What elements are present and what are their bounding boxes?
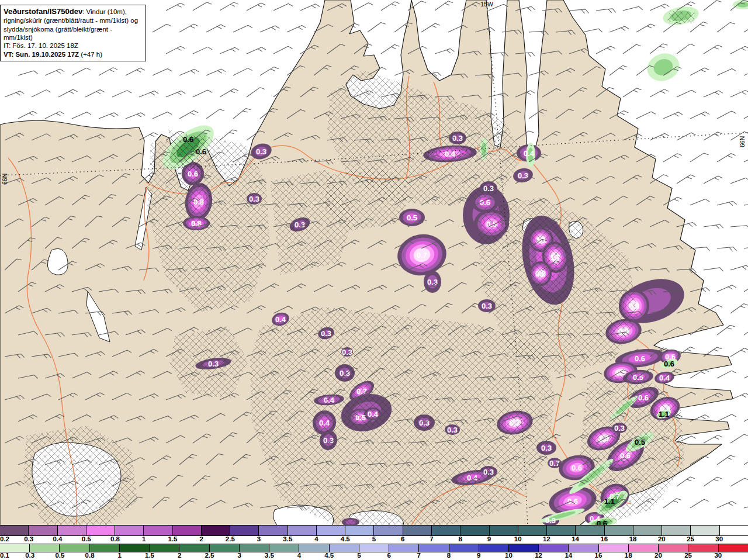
colorbar-segment bbox=[58, 526, 86, 535]
precip-cell-label: 0.3 bbox=[340, 369, 350, 378]
colorbar-segment bbox=[269, 544, 299, 552]
precip-cell-label: 1.1 bbox=[659, 410, 669, 419]
colorbar-tick-label: 14 bbox=[572, 535, 579, 542]
colorbar-segment bbox=[30, 544, 60, 552]
colorbar-segment bbox=[633, 526, 662, 535]
colorbar-segment bbox=[374, 526, 403, 535]
parallel-label-left: 66N bbox=[1, 174, 8, 185]
colorbar-tick-label: 25 bbox=[684, 552, 692, 559]
colorbar-segment bbox=[389, 544, 419, 552]
colorbar-segment bbox=[86, 526, 115, 535]
colorbar-tick-label: 0.5 bbox=[82, 535, 91, 542]
colorbar-tick-label: 0.3 bbox=[25, 552, 34, 559]
colorbar-segment bbox=[509, 544, 539, 552]
colorbar-tick-label: 0.3 bbox=[24, 535, 33, 542]
precip-cell-label: 0.3 bbox=[295, 220, 305, 229]
legend-line3: slydda/snjókoma (grátt/bleikt/grænt - mm… bbox=[4, 25, 143, 42]
parallel-label-right: 66N bbox=[739, 136, 746, 147]
colorbar-segment bbox=[359, 544, 389, 552]
colorbar-tick-label: 4 bbox=[297, 552, 301, 559]
colorbar-sleet bbox=[0, 525, 748, 536]
colorbar-tick-label: 4.5 bbox=[324, 552, 334, 559]
precip-cell-label: 0.3 bbox=[545, 516, 556, 525]
colorbar-segment bbox=[144, 526, 172, 535]
colorbar-tick-label: 25 bbox=[687, 535, 694, 542]
colorbar-tick-label: 18 bbox=[629, 535, 637, 542]
weather-map-page: 0.30.60.80.80.30.30.50.70.30.30.60.50.30… bbox=[0, 0, 748, 560]
colorbar-tick-label: 14 bbox=[565, 552, 572, 559]
precip-cell-label: 0.3 bbox=[323, 436, 334, 445]
colorbar-tick-label: 3.5 bbox=[283, 535, 292, 542]
colorbar-segment bbox=[90, 544, 120, 552]
legend-valid-time: VT: Sun. 19.10.2025 17Z (+47 h) bbox=[4, 50, 143, 58]
precip-cell-label: 0.3 bbox=[541, 444, 552, 452]
colorbar-segment bbox=[479, 544, 509, 552]
colorbar-tick-label: 1 bbox=[142, 535, 146, 542]
precip-cell-label: 0.8 bbox=[535, 269, 546, 278]
precip-cell-label: 0.6 bbox=[196, 147, 206, 156]
colorbar-tick-label: 3 bbox=[237, 552, 241, 559]
colorbar-tick-label: 1 bbox=[118, 552, 122, 559]
precip-cell-label: 0.3 bbox=[614, 424, 625, 433]
legend-init-time: IT: Fös. 17. 10. 2025 18Z bbox=[4, 42, 143, 50]
colorbar-panel: 0.20.30.40.50.811.522.533.544.5567891012… bbox=[0, 525, 748, 560]
colorbar-tick-label: 1.5 bbox=[168, 535, 177, 542]
colorbar-segment bbox=[259, 526, 288, 535]
colorbar-segment bbox=[230, 526, 259, 535]
colorbar-segment bbox=[29, 526, 57, 535]
precip-cell-label: 0.4 bbox=[368, 410, 379, 419]
colorbar-tick-label: 4.5 bbox=[341, 535, 350, 542]
colorbar-tick-label: 16 bbox=[595, 552, 602, 559]
colorbar-tick-label: 1.5 bbox=[145, 552, 154, 559]
colorbar-tick-label: 30 bbox=[714, 552, 722, 559]
colorbar-tick-label: 6 bbox=[401, 535, 404, 542]
precip-cell-label: 0.4 bbox=[467, 473, 478, 482]
colorbar-segment bbox=[688, 544, 718, 552]
colorbar-tick-label: 12 bbox=[543, 535, 550, 542]
colorbar-segment bbox=[60, 544, 89, 552]
colorbar-segment bbox=[330, 544, 359, 552]
precip-cell-label: 0.5 bbox=[407, 213, 417, 222]
colorbar-tick-label: 0.8 bbox=[85, 552, 95, 559]
precip-cell-label: 0.4 bbox=[324, 396, 335, 405]
colorbar-tick-label: 7 bbox=[417, 552, 421, 559]
colorbar-tick-label: 8 bbox=[447, 552, 451, 559]
colorbar-segment bbox=[599, 544, 629, 552]
colorbar-tick-label: 2.5 bbox=[205, 552, 214, 559]
colorbar-segment bbox=[150, 544, 179, 552]
colorbar-segment bbox=[202, 526, 230, 535]
colorbar-tick-label: 2 bbox=[199, 535, 203, 542]
colorbar-tick-label: 10 bbox=[505, 552, 512, 559]
colorbar-tick-label: 16 bbox=[600, 535, 608, 542]
colorbar-tick-label: 3.5 bbox=[265, 552, 274, 559]
precip-cell-label: 0.7 bbox=[356, 387, 367, 396]
colorbar-sleet-labels: 0.20.30.40.50.811.522.533.544.5567891012… bbox=[0, 536, 748, 544]
colorbar-tick-label: 9 bbox=[487, 535, 491, 542]
colorbar-segment bbox=[0, 526, 29, 535]
precip-cell-label: 0.3 bbox=[518, 171, 528, 180]
precip-cell-label: 1.0 bbox=[598, 434, 609, 443]
precip-cell-label: 0.3 bbox=[427, 278, 438, 286]
precip-cell-label: 0.3 bbox=[249, 195, 259, 203]
precip-cell-label: 0.6 bbox=[572, 464, 582, 472]
precip-cell-label: 0.3 bbox=[419, 419, 430, 427]
colorbar-segment bbox=[539, 544, 569, 552]
colorbar-segment bbox=[659, 544, 688, 552]
precip-cell-label: 0.7 bbox=[417, 251, 427, 260]
colorbar-tick-label: 3 bbox=[257, 535, 261, 542]
precip-cell-label: 0.3 bbox=[321, 329, 331, 338]
colorbar-segment bbox=[460, 526, 489, 535]
colorbar-segment bbox=[419, 544, 449, 552]
precip-cell-label: 0.4 bbox=[445, 150, 456, 158]
legend-box: Veðurstofan/IS750dev: Vindur (10m), rign… bbox=[0, 5, 146, 61]
colorbar-tick-label: 0.8 bbox=[110, 535, 120, 542]
colorbar-segment bbox=[173, 526, 202, 535]
colorbar-segment bbox=[662, 526, 691, 535]
colorbar-tick-label: 12 bbox=[535, 552, 542, 559]
precip-cell-label: 0.4 bbox=[524, 149, 535, 158]
colorbar-segment bbox=[115, 526, 144, 535]
precip-cell-label: 0.3 bbox=[256, 147, 266, 156]
colorbar-segment bbox=[0, 544, 30, 552]
precip-cell-label: 0.4 bbox=[319, 419, 330, 427]
colorbar-segment bbox=[120, 544, 150, 552]
